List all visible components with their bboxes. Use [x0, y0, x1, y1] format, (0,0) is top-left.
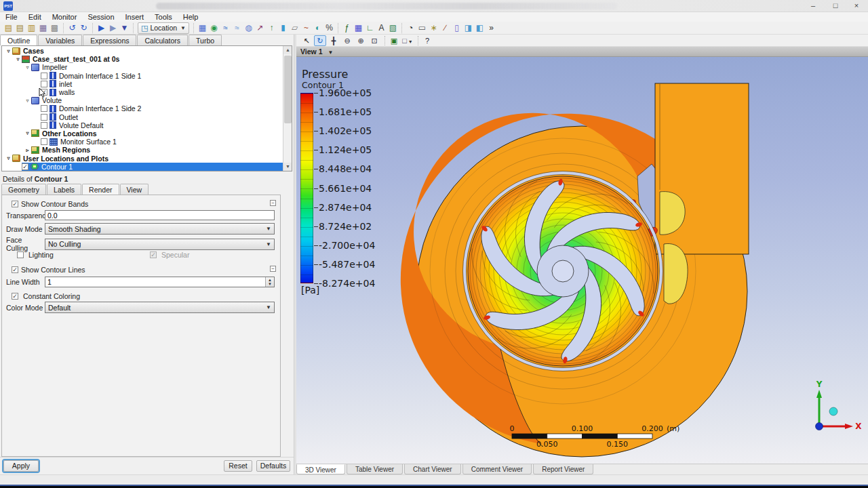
- text-label-icon[interactable]: A: [376, 22, 387, 34]
- draw-mode-dropdown[interactable]: Smooth Shading ▼: [45, 223, 275, 235]
- menu-tools[interactable]: Tools: [149, 12, 178, 22]
- menu-insert[interactable]: Insert: [120, 12, 150, 22]
- zoom-box-icon[interactable]: ⊡: [368, 35, 380, 46]
- table-icon[interactable]: ▦: [353, 22, 364, 34]
- expand-closed-icon[interactable]: ▹: [24, 147, 31, 153]
- constant-coloring-checkbox[interactable]: [12, 293, 18, 300]
- close-button[interactable]: ×: [846, 0, 867, 12]
- expand-open-icon[interactable]: ▿: [24, 64, 31, 70]
- expand-open-icon[interactable]: ▿: [5, 48, 12, 54]
- scrollbar-thumb[interactable]: [284, 56, 292, 123]
- tree-item-case-start-test-001-at-0s[interactable]: ▿Case_start_test_001 at 0s: [2, 55, 283, 63]
- stepper-arrows-icon[interactable]: ▲▼: [265, 277, 274, 287]
- isosurface-icon[interactable]: ◍: [243, 22, 254, 34]
- menu-edit[interactable]: Edit: [23, 12, 47, 22]
- reload-case-icon[interactable]: ▤: [14, 22, 26, 34]
- transparency-input[interactable]: [45, 210, 275, 220]
- minimize-button[interactable]: –: [803, 0, 823, 12]
- menu-session[interactable]: Session: [82, 12, 119, 22]
- viewer-tab-comment-viewer[interactable]: Comment Viewer: [462, 464, 532, 474]
- select-icon[interactable]: ↖: [300, 35, 313, 46]
- tree-item-user-locations-and-plots[interactable]: ▿User Locations and Plots: [2, 154, 283, 162]
- save-project-icon[interactable]: ▦: [37, 22, 49, 34]
- tree-item-default-transform[interactable]: Default Transform: [2, 171, 283, 171]
- redo-icon[interactable]: ↻: [78, 22, 90, 34]
- tab-turbo[interactable]: Turbo: [189, 35, 222, 45]
- viewer-tab-chart-viewer[interactable]: Chart Viewer: [404, 464, 461, 474]
- tree-item-contour-1[interactable]: Contour 1: [2, 163, 283, 171]
- tree-item-outlet[interactable]: Outlet: [2, 113, 283, 121]
- chart-icon[interactable]: ∟: [364, 22, 376, 34]
- streamline-surface-icon[interactable]: ≈: [231, 22, 243, 34]
- view-selector[interactable]: View 1 ▼: [296, 47, 868, 57]
- wireframe-icon[interactable]: ▦: [197, 22, 208, 34]
- zoom-in-icon[interactable]: ⊕: [355, 35, 367, 46]
- visibility-checkbox[interactable]: [41, 73, 47, 79]
- defaults-button[interactable]: Defaults: [256, 460, 290, 472]
- tree-item-cases[interactable]: ▿Cases: [2, 47, 283, 55]
- viewer-tab-report-viewer[interactable]: Report Viewer: [533, 464, 593, 474]
- animation-icon[interactable]: ▭: [416, 22, 428, 34]
- expand-open-icon[interactable]: ▿: [14, 56, 22, 62]
- command-editor-icon[interactable]: »: [486, 22, 497, 34]
- session-play-icon[interactable]: ▼: [119, 22, 130, 34]
- lighting-checkbox[interactable]: [17, 251, 24, 258]
- visibility-checkbox[interactable]: [41, 114, 47, 121]
- tree-item-domain-interface-1-side-1[interactable]: Domain Interface 1 Side 1: [2, 72, 283, 80]
- function-calculator-icon[interactable]: ƒ: [341, 22, 353, 34]
- probe-icon[interactable]: ∕: [439, 22, 451, 34]
- particle-track-icon[interactable]: ↑: [266, 22, 277, 34]
- plane-icon[interactable]: ▱: [289, 22, 300, 34]
- volume-rendering-icon[interactable]: ▮: [277, 22, 289, 34]
- pan-icon[interactable]: ╋: [328, 35, 340, 46]
- collapse-bands-icon[interactable]: −: [270, 200, 276, 206]
- expand-open-icon[interactable]: ▿: [24, 130, 31, 136]
- 3d-viewport[interactable]: 0 0.100 0.200 (m) 0.050 0.150: [296, 57, 868, 464]
- viewer-tab-table-viewer[interactable]: Table Viewer: [347, 464, 403, 474]
- tree-item-mesh-regions[interactable]: ▹Mesh Regions: [2, 146, 283, 154]
- details-tab-render[interactable]: Render: [82, 184, 119, 195]
- visibility-checkbox[interactable]: [41, 81, 47, 87]
- session-pause-icon[interactable]: ▶: [107, 22, 119, 34]
- collapse-lines-icon[interactable]: −: [270, 266, 276, 272]
- face-culling-dropdown[interactable]: No Culling ▼: [45, 239, 275, 250]
- visibility-checkbox[interactable]: [41, 122, 47, 129]
- viewer-split-icon[interactable]: ◨: [462, 22, 474, 34]
- report-icon[interactable]: ▧: [387, 22, 399, 34]
- new-figure-icon[interactable]: ◧: [474, 22, 486, 34]
- quick-editor-icon[interactable]: ∗: [428, 22, 439, 34]
- zoom-out-icon[interactable]: ⊖: [341, 35, 353, 46]
- tree-item-other-locations[interactable]: ▿Other Locations: [2, 129, 283, 138]
- tree-item-inlet[interactable]: inlet: [2, 80, 283, 88]
- polyline-icon[interactable]: ~: [300, 22, 312, 34]
- tree-item-impeller[interactable]: ▿Impeller: [2, 63, 283, 71]
- menu-file[interactable]: File: [0, 12, 23, 22]
- show-contour-lines-checkbox[interactable]: [12, 266, 18, 273]
- tab-outline[interactable]: Outline: [0, 35, 37, 45]
- tree-item-domain-interface-1-side-2[interactable]: Domain Interface 1 Side 2: [2, 104, 283, 113]
- details-tab-view[interactable]: View: [120, 184, 149, 195]
- tab-variables[interactable]: Variables: [38, 35, 82, 45]
- color-mode-dropdown[interactable]: Default ▼: [45, 302, 275, 313]
- expand-open-icon[interactable]: ▿: [5, 155, 12, 161]
- snapshot-icon[interactable]: ▩: [49, 22, 60, 34]
- fit-view-icon[interactable]: ▣: [388, 35, 400, 46]
- contour-icon[interactable]: ◉: [208, 22, 220, 34]
- timestep-selector-icon[interactable]: ◔: [405, 22, 416, 34]
- tree-scrollbar[interactable]: ▲ ▼: [283, 46, 292, 171]
- probe-help-icon[interactable]: ?: [421, 35, 433, 46]
- viewer-tab-3d-viewer[interactable]: 3D Viewer: [296, 464, 345, 474]
- sphere-icon[interactable]: ◐: [312, 22, 323, 34]
- visibility-checkbox[interactable]: [22, 163, 28, 170]
- viewport-layout-dropdown[interactable]: □▼: [401, 35, 414, 46]
- visibility-checkbox[interactable]: [41, 105, 47, 112]
- load-results-icon[interactable]: ▤: [3, 22, 14, 34]
- expand-open-icon[interactable]: ▿: [24, 98, 31, 104]
- show-contour-bands-checkbox[interactable]: [12, 201, 18, 207]
- undo-icon[interactable]: ↺: [66, 22, 78, 34]
- legend-icon[interactable]: %: [323, 22, 335, 34]
- details-tab-labels[interactable]: Labels: [47, 184, 81, 195]
- visibility-checkbox[interactable]: [41, 138, 47, 145]
- apply-button[interactable]: Apply: [3, 460, 39, 472]
- line-width-stepper[interactable]: 1 ▲▼: [45, 277, 275, 287]
